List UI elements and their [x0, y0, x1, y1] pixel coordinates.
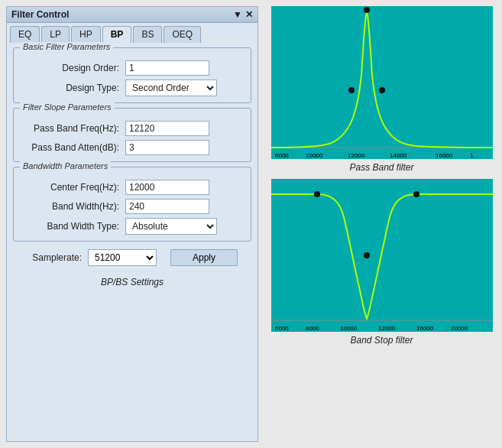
svg-text:12000: 12000: [378, 325, 396, 332]
svg-point-21: [413, 191, 419, 197]
band-width-input[interactable]: [125, 199, 209, 214]
pass-band-atten-input[interactable]: [125, 140, 209, 155]
band-width-type-row: Band Width Type: Absolute Relative Octav…: [20, 218, 245, 235]
svg-point-19: [364, 252, 370, 258]
tab-oeq[interactable]: OEQ: [164, 26, 201, 43]
pass-band-atten-row: Pass Band Atten(dB):: [20, 140, 245, 155]
svg-text:14000: 14000: [390, 152, 407, 159]
pass-band-chart-container: 6000 10000 12000 14000 16000 1... Pass B…: [267, 6, 496, 173]
band-width-row: Band Width(Hz):: [20, 199, 245, 214]
pass-band-caption: Pass Band filter: [349, 162, 413, 173]
svg-text:6000: 6000: [275, 325, 289, 332]
band-width-type-label: Band Width Type:: [20, 221, 119, 232]
tab-bp[interactable]: BP: [102, 26, 132, 43]
panel-body: Basic Filter Parameters Design Order: De…: [7, 43, 257, 441]
right-panel: 6000 10000 12000 14000 16000 1... Pass B…: [267, 6, 496, 442]
svg-text:1...: 1...: [470, 152, 478, 159]
basic-filter-section: Basic Filter Parameters Design Order: De…: [13, 47, 251, 103]
dropdown-icon[interactable]: ▼: [233, 9, 242, 20]
tab-hp[interactable]: HP: [71, 26, 101, 43]
pass-band-freq-label: Pass Band Freq(Hz):: [20, 123, 119, 134]
basic-filter-title: Basic Filter Parameters: [20, 42, 113, 51]
apply-button[interactable]: Apply: [170, 249, 238, 266]
svg-text:16000: 16000: [436, 152, 453, 159]
filter-slope-section: Filter Slope Parameters Pass Band Freq(H…: [13, 108, 251, 162]
filter-slope-title: Filter Slope Parameters: [20, 102, 115, 112]
band-stop-chart: 6000 8000 10000 12000 16000 20000: [271, 179, 493, 332]
design-type-row: Design Type: Second Order First Order Fo…: [20, 80, 245, 96]
svg-text:8000: 8000: [306, 325, 319, 332]
svg-text:20000: 20000: [451, 325, 468, 332]
svg-point-10: [379, 87, 385, 93]
design-order-input[interactable]: [125, 60, 209, 76]
center-freq-row: Center Freq(Hz):: [20, 180, 245, 195]
pass-band-atten-label: Pass Band Atten(dB):: [20, 142, 119, 153]
svg-rect-0: [271, 6, 493, 159]
svg-text:12000: 12000: [348, 152, 365, 159]
design-order-row: Design Order:: [20, 60, 245, 76]
filter-control-panel: Filter Control ▼ ✕ EQ LP HP BP BS OEQ Ba…: [6, 6, 258, 442]
band-stop-chart-container: 6000 8000 10000 12000 16000 20000 Band S…: [267, 179, 496, 346]
tab-eq[interactable]: EQ: [10, 26, 40, 43]
panel-title: Filter Control: [11, 9, 69, 20]
band-width-label: Band Width(Hz):: [20, 201, 119, 212]
svg-text:6000: 6000: [275, 152, 289, 159]
svg-text:16000: 16000: [416, 325, 434, 332]
tab-lp[interactable]: LP: [41, 26, 70, 43]
svg-point-20: [314, 191, 320, 197]
svg-point-9: [348, 87, 355, 93]
band-stop-caption: Band Stop filter: [350, 335, 413, 346]
panel-titlebar: Filter Control ▼ ✕: [7, 7, 257, 23]
svg-point-8: [364, 7, 370, 13]
svg-text:10000: 10000: [306, 152, 323, 159]
close-icon[interactable]: ✕: [245, 9, 253, 20]
svg-rect-11: [271, 179, 493, 332]
titlebar-icons: ▼ ✕: [233, 9, 253, 20]
samplerate-label: Samplerate:: [13, 252, 82, 263]
svg-text:10000: 10000: [340, 325, 358, 332]
design-order-label: Design Order:: [20, 63, 119, 73]
design-type-select[interactable]: Second Order First Order Fourth Order: [125, 80, 217, 96]
samplerate-apply-row: Samplerate: 51200 44100 48000 96000 Appl…: [13, 249, 251, 266]
panel-caption: BP/BS Settings: [13, 277, 251, 287]
pass-band-freq-input[interactable]: [125, 121, 209, 136]
design-type-label: Design Type:: [20, 83, 119, 93]
pass-band-freq-row: Pass Band Freq(Hz):: [20, 121, 245, 136]
tab-bs[interactable]: BS: [133, 26, 162, 43]
center-freq-input[interactable]: [125, 180, 209, 195]
center-freq-label: Center Freq(Hz):: [20, 182, 119, 193]
pass-band-chart: 6000 10000 12000 14000 16000 1...: [271, 6, 493, 159]
bandwidth-section: Bandwidth Parameters Center Freq(Hz): Ba…: [13, 167, 251, 242]
band-width-type-select[interactable]: Absolute Relative Octave: [125, 218, 217, 235]
tabs-row: EQ LP HP BP BS OEQ: [7, 23, 257, 43]
samplerate-select[interactable]: 51200 44100 48000 96000: [88, 249, 157, 266]
bandwidth-title: Bandwidth Parameters: [20, 161, 111, 170]
